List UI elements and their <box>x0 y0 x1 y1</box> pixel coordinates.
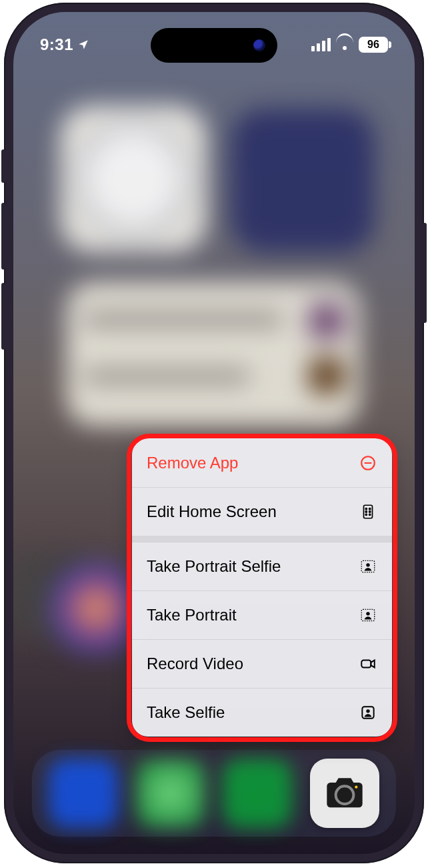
svg-point-15 <box>366 709 369 713</box>
cellular-signal-icon <box>311 38 331 51</box>
battery-indicator: 96 <box>359 37 388 53</box>
menu-item-label: Edit Home Screen <box>147 502 277 521</box>
camera-app-icon[interactable] <box>310 759 379 828</box>
menu-section-divider <box>132 536 392 542</box>
svg-point-18 <box>355 786 357 789</box>
menu-item-take-portrait-selfie[interactable]: Take Portrait Selfie <box>132 542 392 590</box>
svg-point-7 <box>365 514 367 515</box>
screen: 9:31 96 Remove App Edit Home Screen <box>13 12 415 854</box>
menu-item-take-portrait[interactable]: Take Portrait <box>132 590 392 639</box>
svg-point-10 <box>366 563 369 566</box>
menu-item-label: Remove App <box>147 454 238 472</box>
svg-point-5 <box>365 511 367 512</box>
menu-item-label: Take Portrait Selfie <box>147 557 281 576</box>
side-button <box>423 223 427 323</box>
person-depth-icon <box>359 606 377 624</box>
svg-point-6 <box>369 511 371 512</box>
remove-circle-icon <box>359 454 377 472</box>
menu-item-edit-home-screen[interactable]: Edit Home Screen <box>132 487 392 536</box>
iphone-frame: 9:31 96 Remove App Edit Home Screen <box>4 3 424 863</box>
person-depth-icon <box>359 557 377 576</box>
battery-level: 96 <box>367 39 379 51</box>
menu-item-take-selfie[interactable]: Take Selfie <box>132 688 392 737</box>
svg-point-4 <box>369 508 371 510</box>
volume-up-button <box>1 203 5 270</box>
dock-app-blurred <box>49 759 118 828</box>
svg-point-3 <box>365 508 367 510</box>
svg-rect-13 <box>361 661 371 668</box>
menu-item-label: Take Selfie <box>147 703 225 722</box>
photos-app-blurred <box>53 566 139 651</box>
camera-icon <box>323 772 366 815</box>
dynamic-island <box>151 28 277 63</box>
dock-app-blurred <box>136 759 205 828</box>
list-widget-blurred <box>67 282 360 426</box>
menu-item-remove-app[interactable]: Remove App <box>132 438 392 487</box>
volume-down-button <box>1 283 5 350</box>
dock-app-blurred <box>223 759 292 828</box>
silent-switch <box>1 149 5 183</box>
menu-item-record-video[interactable]: Record Video <box>132 639 392 688</box>
svg-point-17 <box>339 790 350 801</box>
wifi-icon <box>336 38 353 51</box>
location-icon <box>77 39 89 51</box>
person-square-icon <box>359 703 377 722</box>
dock <box>32 750 396 837</box>
svg-point-12 <box>366 612 369 615</box>
video-camera-icon <box>359 655 377 673</box>
status-time: 9:31 <box>40 35 73 54</box>
haptic-touch-context-menu: Remove App Edit Home Screen Take Portrai… <box>132 438 392 737</box>
menu-item-label: Record Video <box>147 655 243 673</box>
widget-blurred <box>231 109 375 252</box>
apps-grid-icon <box>359 502 377 521</box>
menu-item-label: Take Portrait <box>147 606 237 624</box>
svg-point-8 <box>369 514 371 515</box>
clock-widget-blurred <box>60 105 207 252</box>
